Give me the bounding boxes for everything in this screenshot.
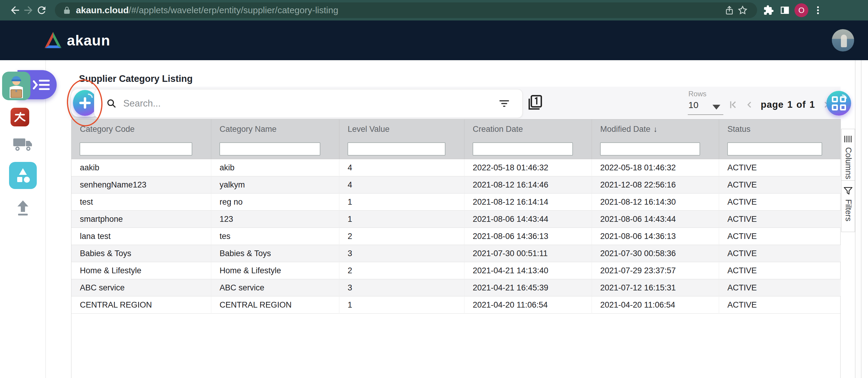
table-cell: 123 xyxy=(211,211,339,228)
table-cell: 2021-08-06 14:43:44 xyxy=(592,211,719,228)
column-header-3[interactable]: Creation Date xyxy=(464,119,592,139)
column-header-2[interactable]: Level Value xyxy=(339,119,464,139)
table-cell: 4 xyxy=(339,159,464,176)
table-row[interactable]: testreg no12021-08-12 16:14:142021-08-12… xyxy=(71,194,841,211)
search-bar[interactable]: Search... xyxy=(94,89,523,118)
column-header-0[interactable]: Category Code xyxy=(71,119,211,139)
table-cell: Home & Lifestyle xyxy=(211,262,339,279)
add-button[interactable] xyxy=(73,90,97,116)
filter-list-icon[interactable] xyxy=(498,98,510,109)
column-filter-input-3[interactable] xyxy=(472,142,573,156)
table-row[interactable]: CENTRAL REGIONCENTRAL REGION12021-04-20 … xyxy=(71,297,841,314)
column-header-1[interactable]: Category Name xyxy=(211,119,339,139)
table-cell: 2021-04-21 14:13:40 xyxy=(464,262,592,279)
browser-profile-avatar[interactable]: O xyxy=(795,3,808,17)
share-icon[interactable] xyxy=(723,4,736,17)
supplier-category-table: Category CodeCategory NameLevel ValueCre… xyxy=(71,119,841,314)
table-row[interactable]: Home & LifestyleHome & Lifestyle22021-04… xyxy=(71,262,841,279)
table-cell: Home & Lifestyle xyxy=(71,262,211,279)
extensions-puzzle-icon[interactable] xyxy=(762,4,775,17)
back-icon[interactable] xyxy=(8,4,22,17)
delivery-applet-icon[interactable] xyxy=(2,72,30,100)
table-row[interactable]: lana testtes22021-08-06 14:36:132021-08-… xyxy=(71,228,841,245)
column-header-5[interactable]: Status xyxy=(719,119,841,139)
lock-icon xyxy=(63,6,71,15)
rows-caret-icon[interactable] xyxy=(712,105,720,109)
columns-tab-label: Columns xyxy=(844,147,853,179)
table-cell: 1 xyxy=(339,297,464,314)
filter-1-icon[interactable] xyxy=(527,95,542,111)
table-cell: ACTIVE xyxy=(719,297,841,314)
table-cell: 2021-08-12 16:14:30 xyxy=(592,194,719,211)
column-header-4[interactable]: Modified Date↓ xyxy=(592,119,719,139)
table-cell: 2022-05-18 01:46:32 xyxy=(592,159,719,176)
table-cell: 2021-07-30 00:58:36 xyxy=(592,245,719,262)
truck-icon[interactable] xyxy=(12,135,34,153)
table-row[interactable]: aakibakib42022-05-18 01:46:322022-05-18 … xyxy=(71,159,841,176)
table-cell: 1 xyxy=(339,194,464,211)
table-cell: ACTIVE xyxy=(719,211,841,228)
table-cell: ACTIVE xyxy=(719,245,841,262)
table-cell: yalkym xyxy=(211,176,339,194)
table-cell: ACTIVE xyxy=(719,159,841,176)
address-bar[interactable]: akaun.cloud/#/applets/wavelet/erp/entity… xyxy=(55,2,757,18)
listing-card: Category CodeCategory NameLevel ValueCre… xyxy=(71,119,841,378)
table-row[interactable]: senhengName123yalkym42021-08-12 16:14:46… xyxy=(71,176,841,194)
user-avatar[interactable] xyxy=(832,29,854,51)
table-cell: ACTIVE xyxy=(719,194,841,211)
table-header-row: Category CodeCategory NameLevel ValueCre… xyxy=(71,119,841,139)
table-cell: senhengName123 xyxy=(71,176,211,194)
table-row[interactable]: Babies & ToysBabies & Toys32021-07-30 00… xyxy=(71,245,841,262)
table-cell: ACTIVE xyxy=(719,228,841,245)
table-cell: 2021-04-21 16:45:39 xyxy=(464,279,592,297)
plus-icon xyxy=(78,96,92,110)
search-input[interactable]: Search... xyxy=(123,98,498,109)
table-cell: akib xyxy=(211,159,339,176)
page-scrollbar[interactable] xyxy=(855,60,861,378)
table-cell: 4 xyxy=(339,176,464,194)
column-filter-input-5[interactable] xyxy=(727,142,823,156)
table-cell: Babies & Toys xyxy=(211,245,339,262)
table-cell: 2022-05-18 01:46:32 xyxy=(464,159,592,176)
table-cell: 3 xyxy=(339,279,464,297)
browser-toolbar: akaun.cloud/#/applets/wavelet/erp/entity… xyxy=(0,0,868,21)
rows-per-page-select[interactable]: 10 xyxy=(688,100,698,110)
menu-open-icon xyxy=(33,78,50,92)
side-panel-icon[interactable] xyxy=(778,4,792,17)
filters-tab-label: Filters xyxy=(844,199,853,221)
table-cell: 2021-07-12 16:15:31 xyxy=(592,279,719,297)
first-page-icon[interactable] xyxy=(728,100,738,110)
dai-applet-icon[interactable] xyxy=(10,108,29,127)
columns-icon xyxy=(844,135,852,143)
table-cell: lana test xyxy=(71,228,211,245)
akaun-logo[interactable]: akaun xyxy=(43,31,110,49)
brand-name: akaun xyxy=(67,32,110,49)
grid-view-button[interactable] xyxy=(827,91,851,115)
table-cell: ABC service xyxy=(211,279,339,297)
columns-tab[interactable]: Columns xyxy=(841,129,855,180)
table-row[interactable]: ABC serviceABC service32021-04-21 16:45:… xyxy=(71,279,841,297)
column-filter-input-0[interactable] xyxy=(80,142,192,156)
search-icon xyxy=(106,98,117,109)
prev-page-icon[interactable] xyxy=(745,100,754,110)
bookmark-star-icon[interactable] xyxy=(736,4,749,17)
table-cell: smartphone xyxy=(71,211,211,228)
table-cell: 2021-04-20 11:06:54 xyxy=(464,297,592,314)
shapes-applet-icon[interactable] xyxy=(9,162,37,189)
funnel-icon xyxy=(844,186,852,195)
forward-icon[interactable] xyxy=(22,4,35,17)
table-cell: tes xyxy=(211,228,339,245)
filters-tab[interactable]: Filters xyxy=(841,180,855,232)
upload-icon[interactable] xyxy=(13,199,33,218)
reload-icon[interactable] xyxy=(35,4,48,17)
table-cell: ABC service xyxy=(71,279,211,297)
column-filter-input-2[interactable] xyxy=(347,142,445,156)
column-filter-input-1[interactable] xyxy=(219,142,320,156)
column-filter-input-4[interactable] xyxy=(600,142,700,156)
table-row[interactable]: smartphone12312021-08-06 14:43:442021-08… xyxy=(71,211,841,228)
sort-desc-icon[interactable]: ↓ xyxy=(653,125,657,134)
kebab-menu-icon[interactable] xyxy=(811,4,825,17)
rows-label: Rows xyxy=(688,90,707,98)
table-cell: 2021-08-06 14:36:13 xyxy=(464,228,592,245)
table-cell: 2021-07-29 23:37:57 xyxy=(592,262,719,279)
